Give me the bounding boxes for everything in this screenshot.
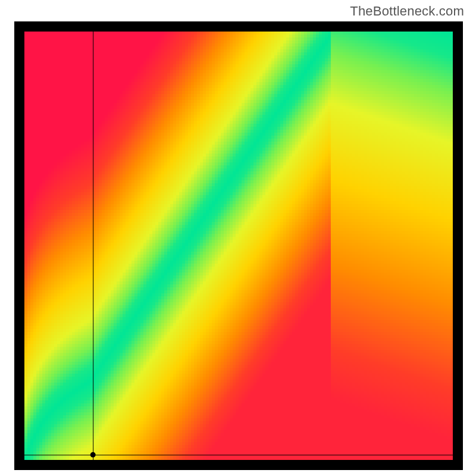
chart-frame (14, 21, 463, 470)
heatmap-canvas (24, 32, 453, 460)
watermark-text: TheBottleneck.com (350, 4, 464, 19)
chart-container: TheBottleneck.com (0, 0, 476, 476)
